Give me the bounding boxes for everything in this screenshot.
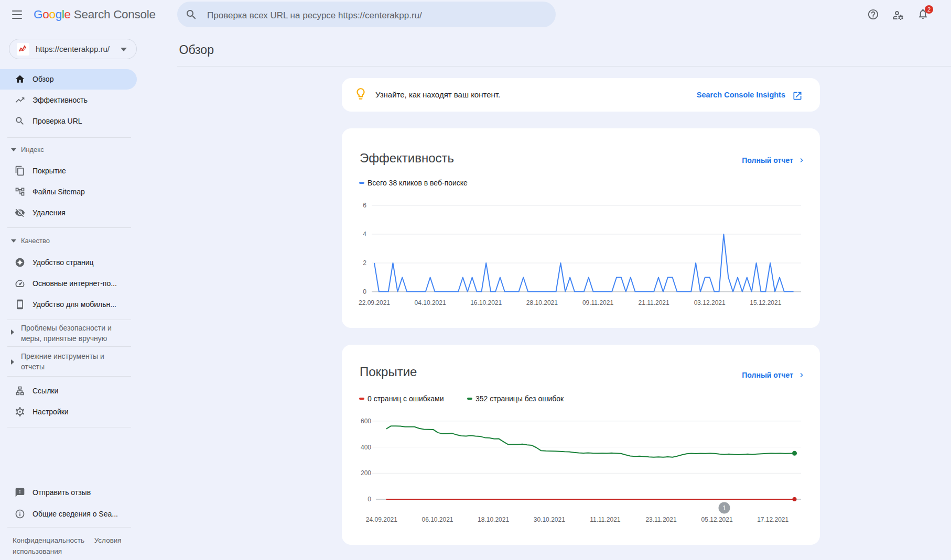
svg-text:4: 4 bbox=[363, 230, 366, 238]
svg-text:200: 200 bbox=[361, 469, 371, 477]
svg-text:23.11.2021: 23.11.2021 bbox=[645, 516, 676, 523]
svg-text:400: 400 bbox=[361, 444, 371, 451]
svg-text:06.10.2021: 06.10.2021 bbox=[422, 516, 453, 523]
svg-text:28.10.2021: 28.10.2021 bbox=[526, 299, 558, 306]
svg-text:05.12.2021: 05.12.2021 bbox=[701, 516, 733, 523]
svg-text:09.11.2021: 09.11.2021 bbox=[582, 299, 613, 306]
svg-text:24.09.2021: 24.09.2021 bbox=[366, 516, 397, 523]
svg-text:21.11.2021: 21.11.2021 bbox=[639, 299, 669, 306]
svg-text:30.10.2021: 30.10.2021 bbox=[534, 516, 565, 523]
svg-text:2: 2 bbox=[363, 259, 366, 267]
svg-text:22.09.2021: 22.09.2021 bbox=[359, 299, 390, 306]
svg-text:18.10.2021: 18.10.2021 bbox=[478, 516, 509, 523]
svg-text:17.12.2021: 17.12.2021 bbox=[757, 516, 788, 523]
svg-text:15.12.2021: 15.12.2021 bbox=[750, 299, 781, 306]
svg-text:16.10.2021: 16.10.2021 bbox=[470, 299, 502, 306]
svg-text:0: 0 bbox=[368, 496, 371, 503]
svg-text:11.11.2021: 11.11.2021 bbox=[590, 516, 621, 523]
svg-text:6: 6 bbox=[363, 202, 366, 209]
svg-text:03.12.2021: 03.12.2021 bbox=[694, 299, 726, 306]
svg-text:1: 1 bbox=[722, 504, 726, 512]
svg-text:600: 600 bbox=[361, 418, 371, 425]
svg-text:0: 0 bbox=[363, 288, 366, 295]
svg-text:04.10.2021: 04.10.2021 bbox=[415, 299, 446, 306]
